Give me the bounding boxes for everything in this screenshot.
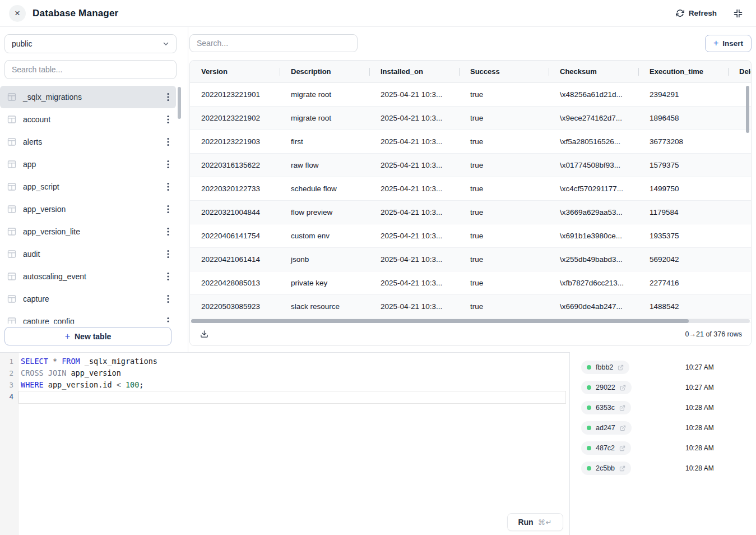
table-cell: 1499750 bbox=[638, 177, 728, 200]
table-row[interactable]: 20220428085013private key2025-04-21 10:3… bbox=[190, 271, 751, 295]
schema-select[interactable]: public bbox=[4, 34, 177, 53]
open-run-button[interactable] bbox=[618, 365, 624, 371]
table-row[interactable]: 20220123221901migrate root2025-04-21 10:… bbox=[190, 83, 751, 107]
history-item: 487c210:28 AM bbox=[570, 438, 756, 458]
table-options-button[interactable] bbox=[164, 270, 173, 283]
table-row[interactable]: 20220503085923slack resource2025-04-21 1… bbox=[190, 295, 751, 319]
column-header-checksum[interactable]: Checksum bbox=[549, 61, 638, 82]
header-actions: Refresh bbox=[676, 9, 743, 18]
table-options-button[interactable] bbox=[164, 113, 173, 126]
table-row[interactable]: 20220320122733schedule flow2025-04-21 10… bbox=[190, 177, 751, 201]
table-cell: 1935375 bbox=[638, 224, 728, 247]
sidebar-scrollbar[interactable] bbox=[178, 87, 181, 119]
sidebar-item-app_version_lite[interactable]: app_version_lite bbox=[0, 220, 176, 243]
sidebar-item-app_script[interactable]: app_script bbox=[0, 176, 176, 198]
code-token: WHERE bbox=[21, 380, 44, 389]
success-status-dot bbox=[587, 426, 591, 430]
new-table-button[interactable]: + New table bbox=[4, 327, 171, 345]
table-cell bbox=[728, 201, 751, 224]
table-cell: 2025-04-21 10:3... bbox=[369, 83, 459, 106]
table-icon bbox=[7, 272, 16, 281]
success-status-dot bbox=[587, 405, 591, 410]
column-header-version[interactable]: Version bbox=[190, 61, 280, 82]
table-options-button[interactable] bbox=[164, 247, 173, 261]
history-run-pill[interactable]: 6353c bbox=[581, 401, 631, 414]
column-header-execution_time[interactable]: Execution_time bbox=[638, 61, 728, 82]
table-options-button[interactable] bbox=[164, 135, 173, 149]
column-header-installed_on[interactable]: Installed_on bbox=[369, 61, 459, 82]
table-options-button[interactable] bbox=[164, 202, 173, 216]
sidebar-item-app[interactable]: app bbox=[0, 153, 176, 176]
table-options-button[interactable] bbox=[164, 158, 173, 171]
grid-vertical-scrollbar[interactable] bbox=[746, 86, 749, 133]
history-run-pill[interactable]: 29022 bbox=[581, 381, 632, 394]
download-button[interactable] bbox=[200, 330, 208, 338]
table-row[interactable]: 20220123221902migrate root2025-04-21 10:… bbox=[190, 107, 751, 130]
sidebar-item-_sqlx_migrations[interactable]: _sqlx_migrations bbox=[0, 86, 176, 108]
close-icon: × bbox=[15, 8, 20, 19]
history-run-id: 29022 bbox=[596, 384, 615, 391]
grid-body: 20220123221901migrate root2025-04-21 10:… bbox=[190, 83, 751, 319]
run-button[interactable]: Run ⌘↵ bbox=[507, 513, 563, 531]
editor-code[interactable]: SELECT * FROM _sqlx_migrationsCROSS JOIN… bbox=[18, 353, 569, 535]
table-icon bbox=[7, 250, 16, 259]
close-button[interactable]: × bbox=[9, 5, 26, 22]
history-run-pill[interactable]: fbbb2 bbox=[581, 361, 629, 374]
sidebar-item-account[interactable]: account bbox=[0, 108, 176, 131]
column-header-description[interactable]: Description bbox=[280, 61, 369, 82]
open-run-button[interactable] bbox=[619, 465, 625, 472]
code-line: CROSS JOIN app_version bbox=[18, 367, 569, 379]
table-cell: private key bbox=[280, 271, 369, 294]
table-search-input[interactable] bbox=[4, 60, 177, 79]
grid-horizontal-scrollbar-track[interactable] bbox=[191, 319, 750, 323]
table-cell: flow preview bbox=[280, 201, 369, 224]
open-run-button[interactable] bbox=[620, 425, 626, 431]
collapse-button[interactable] bbox=[734, 9, 743, 18]
table-cell: \xfb7827d6cc213... bbox=[549, 271, 638, 294]
new-table-label: New table bbox=[75, 332, 111, 341]
history-run-pill[interactable]: 487c2 bbox=[581, 441, 631, 455]
open-run-button[interactable] bbox=[619, 405, 625, 411]
editor-gutter: 1234 bbox=[0, 353, 18, 535]
table-row[interactable]: 20220321004844flow preview2025-04-21 10:… bbox=[190, 201, 751, 224]
table-row[interactable]: 20220123221903first2025-04-21 10:3...tru… bbox=[190, 130, 751, 154]
history-run-pill[interactable]: ad247 bbox=[581, 421, 632, 435]
history-run-id: fbbb2 bbox=[596, 363, 613, 371]
column-header-success[interactable]: Success bbox=[459, 61, 549, 82]
table-cell: true bbox=[459, 130, 549, 153]
rows-count-info: 0→21 of 376 rows bbox=[685, 330, 742, 338]
table-options-button[interactable] bbox=[164, 180, 173, 193]
table-cell: 20220123221903 bbox=[190, 130, 280, 153]
code-token: app_version bbox=[66, 368, 121, 377]
table-options-button[interactable] bbox=[164, 292, 173, 306]
table-options-button[interactable] bbox=[164, 225, 173, 238]
run-label: Run bbox=[518, 518, 533, 527]
table-row[interactable]: 20220406141754custom env2025-04-21 10:3.… bbox=[190, 224, 751, 248]
sidebar-item-autoscaling_event[interactable]: autoscaling_event bbox=[0, 265, 176, 288]
refresh-button[interactable]: Refresh bbox=[676, 9, 717, 17]
sidebar-item-capture[interactable]: capture bbox=[0, 288, 176, 310]
sidebar-item-alerts[interactable]: alerts bbox=[0, 131, 176, 153]
table-row[interactable]: 20220316135622raw flow2025-04-21 10:3...… bbox=[190, 154, 751, 177]
bottom-section: 1234 SELECT * FROM _sqlx_migrationsCROSS… bbox=[0, 352, 756, 535]
grid-horizontal-scrollbar-thumb[interactable] bbox=[191, 319, 689, 323]
table-options-button[interactable] bbox=[164, 90, 173, 104]
table-row[interactable]: 20220421061414jsonb2025-04-21 10:3...tru… bbox=[190, 248, 751, 271]
external-link-icon bbox=[620, 385, 626, 391]
sidebar-item-app_version[interactable]: app_version bbox=[0, 198, 176, 220]
sql-editor[interactable]: 1234 SELECT * FROM _sqlx_migrationsCROSS… bbox=[0, 352, 569, 535]
insert-button[interactable]: + Insert bbox=[705, 35, 752, 52]
search-input[interactable] bbox=[189, 34, 358, 52]
table-cell: \x6690de4ab247... bbox=[549, 295, 638, 318]
column-header-dele[interactable]: Dele bbox=[728, 61, 751, 82]
open-run-button[interactable] bbox=[619, 445, 625, 451]
sidebar-item-audit[interactable]: audit bbox=[0, 243, 176, 265]
history-timestamp: 10:27 AM bbox=[685, 363, 714, 371]
open-run-button[interactable] bbox=[620, 385, 626, 391]
code-token: CROSS JOIN bbox=[21, 368, 66, 377]
history-item: ad24710:28 AM bbox=[570, 418, 756, 438]
history-run-pill[interactable]: 2c5bb bbox=[581, 462, 631, 475]
table-cell: 20220503085923 bbox=[190, 295, 280, 318]
page-title: Database Manager bbox=[33, 8, 118, 19]
kebab-menu-icon bbox=[167, 93, 169, 102]
